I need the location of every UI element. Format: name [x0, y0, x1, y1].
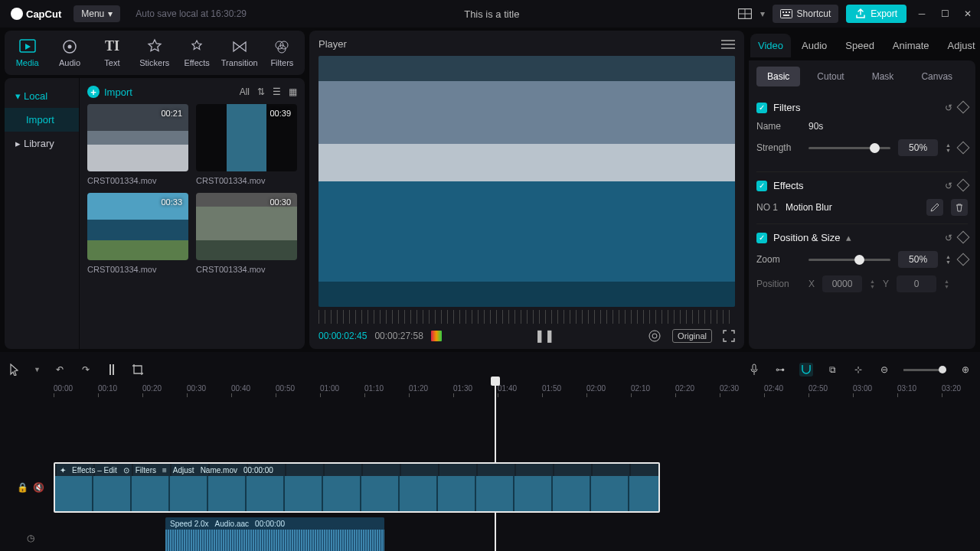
chevron-down-icon[interactable]: ▾: [760, 8, 765, 19]
zoom-out-icon[interactable]: ⊖: [877, 363, 891, 377]
tab-adjust[interactable]: Adjust: [940, 34, 980, 57]
original-toggle[interactable]: Original: [672, 329, 712, 343]
chevron-down-icon[interactable]: ▼: [34, 366, 41, 373]
svg-rect-4: [782, 11, 784, 13]
tab-effects[interactable]: Effects: [177, 34, 216, 75]
tab-video[interactable]: Video: [750, 34, 791, 57]
mic-icon[interactable]: [747, 363, 761, 377]
keyframe-icon[interactable]: [957, 100, 970, 113]
split-tool[interactable]: [105, 363, 119, 377]
sidebar-item-library[interactable]: ▸Library: [5, 132, 79, 155]
project-title[interactable]: This is a title: [253, 8, 731, 20]
keyframe-icon[interactable]: [957, 230, 970, 243]
sidebar-item-import[interactable]: Import: [5, 108, 79, 132]
tab-stickers[interactable]: Stickers: [135, 34, 174, 75]
tab-audio[interactable]: Audio: [794, 34, 835, 57]
app-logo: CapCut: [5, 8, 67, 20]
strength-value[interactable]: 50%: [898, 139, 938, 156]
zoom-slider[interactable]: [808, 259, 890, 261]
link-icon[interactable]: ⊶: [773, 363, 787, 377]
x-label: X: [808, 279, 815, 289]
view-grid-icon[interactable]: ▦: [289, 86, 297, 97]
ruler-tick: 03:20: [942, 384, 961, 393]
filter-all[interactable]: All: [240, 86, 250, 97]
reset-icon[interactable]: ↺: [945, 233, 952, 243]
strength-stepper[interactable]: ▲▼: [946, 143, 951, 153]
select-tool[interactable]: [8, 363, 21, 377]
layout-icon[interactable]: [737, 6, 753, 21]
tab-animate[interactable]: Animate: [885, 34, 937, 57]
keyframe-icon[interactable]: [957, 178, 970, 191]
tab-filters[interactable]: Filters: [263, 34, 302, 75]
subtab-cutout[interactable]: Cutout: [806, 67, 854, 86]
zoom-value[interactable]: 50%: [898, 251, 938, 268]
fullscreen-icon[interactable]: [723, 330, 735, 342]
sort-icon[interactable]: ⇅: [257, 86, 265, 97]
clock-icon[interactable]: ◷: [27, 533, 34, 543]
chevron-up-icon[interactable]: ▴: [846, 232, 851, 243]
strength-slider[interactable]: [808, 147, 890, 149]
tab-media[interactable]: Media: [8, 34, 47, 75]
shortcut-button[interactable]: Shortcut: [773, 5, 839, 23]
cut-icon[interactable]: ⊹: [851, 363, 865, 377]
video-clip[interactable]: ✦Effects – Edit ⊙Filters ≡Adjust Name.mo…: [54, 462, 660, 513]
reset-icon[interactable]: ↺: [945, 181, 952, 191]
delete-effect-button[interactable]: [951, 199, 968, 216]
media-clip[interactable]: 00:30CRST001334.mov: [196, 193, 297, 274]
media-clip[interactable]: 00:39CRST001334.mov: [196, 104, 297, 185]
x-stepper[interactable]: ▲▼: [870, 279, 875, 289]
autosave-status: Auto save local at 16:30:29: [136, 8, 247, 19]
subtab-mask[interactable]: Mask: [861, 67, 905, 86]
crop-tool[interactable]: [131, 363, 145, 377]
media-clip[interactable]: 00:21CRST001334.mov: [87, 104, 188, 185]
y-stepper[interactable]: ▲▼: [944, 279, 949, 289]
chain-icon[interactable]: ⧉: [825, 363, 839, 377]
tab-audio[interactable]: Audio: [50, 34, 89, 75]
subtab-basic[interactable]: Basic: [756, 67, 800, 86]
filters-checkbox[interactable]: ✓: [756, 103, 767, 113]
audio-clip[interactable]: Speed 2.0x Audio.aac 00:00:00: [165, 517, 384, 551]
media-clip[interactable]: 00:33CRST001334.mov: [87, 193, 188, 274]
redo-button[interactable]: ↷: [79, 363, 93, 377]
app-name: CapCut: [26, 8, 61, 20]
fx-icon: ✦: [60, 466, 66, 474]
minimize-icon[interactable]: ─: [914, 6, 929, 21]
view-list-icon[interactable]: ☰: [273, 86, 281, 97]
close-icon[interactable]: ✕: [960, 6, 975, 21]
timeline-ruler[interactable]: 00:0000:1000:2000:3000:4000:5001:0001:10…: [8, 384, 972, 399]
effects-title: Effects: [773, 180, 804, 191]
sidebar-item-local[interactable]: ▾Local: [5, 84, 79, 108]
ruler-tick: 02:20: [675, 384, 694, 393]
tab-text[interactable]: TIText: [93, 34, 132, 75]
zoom-in-icon[interactable]: ⊕: [959, 363, 972, 377]
keyframe-icon[interactable]: [957, 253, 970, 266]
x-value[interactable]: 0000: [822, 276, 862, 292]
edit-effect-button[interactable]: [926, 199, 943, 216]
clip-duration: 00:30: [270, 197, 291, 207]
lock-icon[interactable]: 🔒: [17, 482, 28, 493]
player-ruler[interactable]: [318, 310, 735, 324]
snapshot-icon[interactable]: [648, 329, 662, 343]
undo-button[interactable]: ↶: [53, 363, 67, 377]
tab-speed[interactable]: Speed: [838, 34, 882, 57]
clip-duration: 00:33: [161, 197, 182, 207]
effects-checkbox[interactable]: ✓: [756, 181, 767, 191]
position-checkbox[interactable]: ✓: [756, 233, 767, 243]
player-menu-icon[interactable]: [721, 40, 735, 49]
zoom-stepper[interactable]: ▲▼: [946, 255, 951, 265]
maximize-icon[interactable]: ☐: [937, 6, 952, 21]
mute-icon[interactable]: 🔇: [33, 482, 44, 493]
ruler-tick: 00:50: [276, 384, 295, 393]
subtab-canvas[interactable]: Canvas: [910, 67, 963, 86]
pause-button[interactable]: ❚❚: [534, 328, 554, 343]
import-button[interactable]: +Import: [87, 86, 132, 98]
y-value[interactable]: 0: [897, 276, 936, 292]
menu-button[interactable]: Menu ▾: [74, 5, 120, 22]
reset-icon[interactable]: ↺: [945, 103, 952, 113]
magnet-icon[interactable]: [799, 363, 813, 377]
timeline-zoom-slider[interactable]: [903, 369, 946, 371]
keyframe-icon[interactable]: [957, 142, 970, 155]
export-button[interactable]: Export: [846, 5, 906, 23]
player-viewport[interactable]: [318, 56, 735, 307]
tab-transition[interactable]: Transition: [220, 34, 260, 75]
